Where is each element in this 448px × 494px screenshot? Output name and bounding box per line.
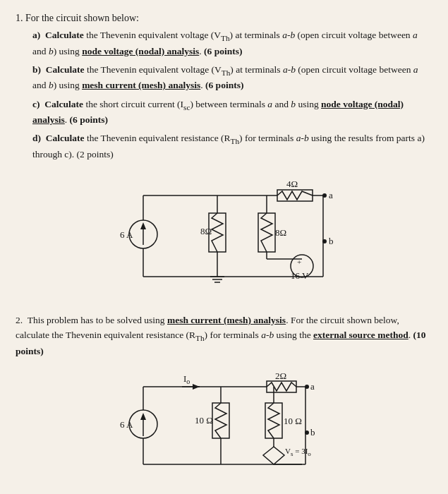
svg-text:2Ω: 2Ω bbox=[275, 370, 286, 381]
part-d-text: Calculate the Thevenin equivalent resist… bbox=[32, 133, 425, 159]
svg-text:16 V: 16 V bbox=[291, 270, 309, 281]
svg-text:Vs = 3Io: Vs = 3Io bbox=[285, 447, 311, 457]
svg-text:b: b bbox=[310, 427, 315, 438]
svg-text:8Ω: 8Ω bbox=[275, 227, 286, 238]
problem-number-label: 1. bbox=[16, 13, 23, 23]
svg-text:a: a bbox=[310, 381, 315, 392]
svg-text:Io: Io bbox=[183, 373, 190, 385]
svg-text:4Ω: 4Ω bbox=[286, 179, 298, 189]
svg-text:10 Ω: 10 Ω bbox=[284, 416, 302, 426]
svg-text:+: + bbox=[297, 258, 301, 266]
circuit-2-container: .cl { stroke: #1a1a1a; stroke-width: 1.5… bbox=[16, 369, 432, 486]
svg-text:6 A: 6 A bbox=[120, 419, 133, 430]
part-d: d) Calculate the Thevenin equivalent res… bbox=[32, 131, 432, 162]
problem-1-intro: For the circuit shown below: bbox=[25, 13, 139, 23]
part-c: c) Calculate the short circuit current (… bbox=[32, 97, 432, 128]
svg-text:8Ω: 8Ω bbox=[200, 226, 212, 236]
circuit-1-svg: .circuit-line { stroke: #1a1a1a; stroke-… bbox=[104, 174, 344, 298]
part-a: a) Calculate the Thevenin equivalent vol… bbox=[32, 28, 432, 59]
part-a-text: Calculate the Thevenin equivalent voltag… bbox=[32, 30, 418, 56]
problem-1: 1. For the circuit shown below: a) Calcu… bbox=[16, 13, 432, 298]
part-b: b) Calculate the Thevenin equivalent vol… bbox=[32, 63, 432, 93]
svg-text:10 Ω: 10 Ω bbox=[195, 415, 213, 426]
problem-2-text: 2. This problem has to be solved using m… bbox=[16, 313, 432, 359]
svg-marker-45 bbox=[193, 384, 200, 390]
part-a-label: a) bbox=[32, 30, 43, 40]
svg-marker-39 bbox=[140, 413, 146, 420]
circuit-2-svg: .cl { stroke: #1a1a1a; stroke-width: 1.5… bbox=[111, 369, 337, 486]
part-d-label: d) bbox=[32, 133, 43, 143]
svg-text:a: a bbox=[329, 190, 333, 200]
problem-2: 2. This problem has to be solved using m… bbox=[16, 313, 432, 486]
part-c-label: c) bbox=[32, 99, 42, 109]
problem-2-number: 2. bbox=[16, 315, 23, 325]
svg-marker-61 bbox=[263, 447, 284, 464]
circuit-1-container: .circuit-line { stroke: #1a1a1a; stroke-… bbox=[16, 174, 432, 298]
part-c-text: Calculate the short circuit current (Isc… bbox=[32, 99, 404, 126]
svg-point-33 bbox=[322, 239, 327, 243]
part-b-label: b) bbox=[32, 64, 43, 75]
svg-marker-3 bbox=[140, 222, 146, 229]
svg-text:6 A: 6 A bbox=[120, 229, 133, 240]
problem-1-number: 1. For the circuit shown below: bbox=[16, 13, 432, 24]
svg-text:b: b bbox=[329, 236, 334, 246]
part-b-text: Calculate the Thevenin equivalent voltag… bbox=[32, 64, 418, 91]
